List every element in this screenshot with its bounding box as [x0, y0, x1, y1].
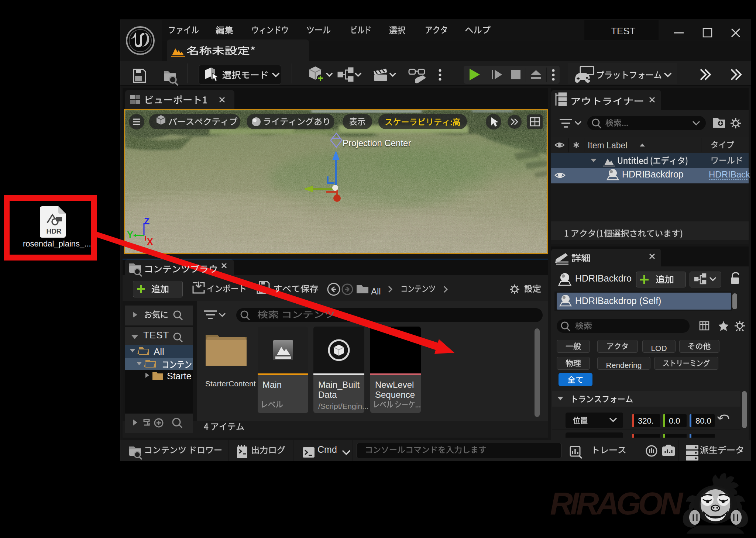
svg-text:RIRAGON: RIRAGON — [550, 486, 684, 521]
svg-text:HDR: HDR — [46, 227, 61, 235]
